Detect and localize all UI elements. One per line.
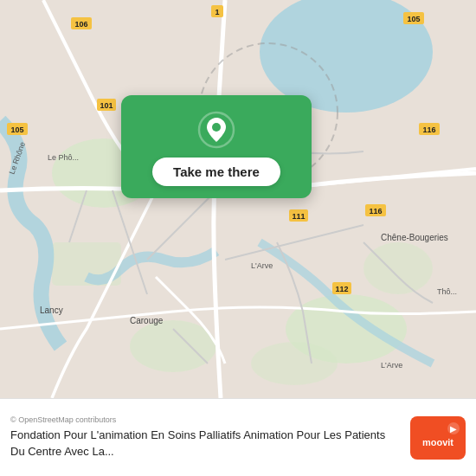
moovit-logo: moovit ▶ (410, 416, 466, 460)
svg-text:Le Phô...: Le Phô... (48, 153, 79, 162)
svg-text:Thô...: Thô... (437, 287, 457, 296)
bottom-bar: © OpenStreetMap contributors Fondation P… (0, 398, 476, 476)
place-name: Fondation Pour L'animation En Soins Pall… (10, 428, 402, 459)
svg-text:▶: ▶ (450, 424, 457, 434)
take-me-there-button[interactable]: Take me there (152, 158, 280, 186)
svg-text:Lancy: Lancy (40, 306, 63, 315)
svg-text:116: 116 (422, 125, 435, 134)
bottom-bar-content: © OpenStreetMap contributors Fondation P… (10, 415, 402, 459)
svg-text:Chêne-Bougeries: Chêne-Bougeries (381, 233, 448, 242)
map-container: 106 1 105 116 101 105 116 111 112 1 Chên… (0, 0, 476, 398)
map-attribution: © OpenStreetMap contributors (10, 415, 402, 424)
svg-text:112: 112 (335, 285, 348, 293)
svg-text:Carouge: Carouge (130, 316, 164, 325)
svg-text:1: 1 (215, 8, 219, 16)
svg-point-2 (130, 320, 216, 372)
svg-text:111: 111 (292, 212, 305, 221)
svg-point-6 (251, 342, 338, 385)
svg-text:105: 105 (407, 15, 420, 23)
location-card: Take me there (121, 95, 312, 198)
svg-point-38 (212, 123, 221, 132)
svg-text:L'Arve: L'Arve (381, 361, 402, 370)
svg-text:106: 106 (74, 20, 87, 29)
svg-text:101: 101 (100, 101, 113, 110)
map-pin-icon (197, 111, 235, 149)
svg-point-4 (363, 242, 433, 294)
svg-text:moovit: moovit (422, 437, 453, 447)
svg-text:105: 105 (10, 125, 23, 134)
svg-text:116: 116 (369, 207, 382, 215)
svg-text:L'Arve: L'Arve (251, 261, 273, 270)
